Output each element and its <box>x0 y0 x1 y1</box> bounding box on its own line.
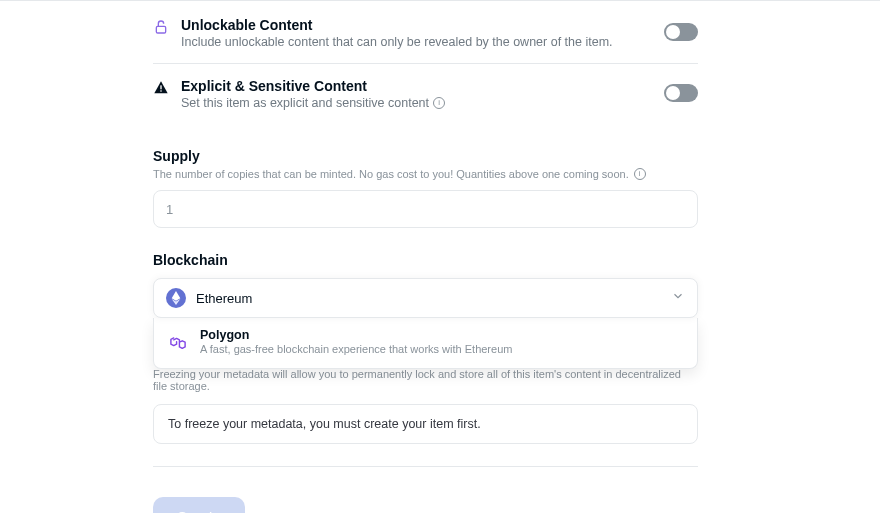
polygon-icon <box>168 332 188 352</box>
polygon-option-title: Polygon <box>200 328 512 343</box>
supply-section: Supply The number of copies that can be … <box>153 148 698 228</box>
ethereum-icon <box>166 288 186 308</box>
svg-rect-2 <box>160 90 161 91</box>
chevron-down-icon <box>671 289 685 307</box>
explicit-title: Explicit & Sensitive Content <box>181 78 658 94</box>
svg-rect-1 <box>160 85 161 89</box>
unlockable-description: Include unlockable content that can only… <box>181 35 658 49</box>
supply-value: 1 <box>166 202 173 217</box>
blockchain-section: Blockchain Ethereum <box>153 252 698 444</box>
create-button[interactable]: Create <box>153 497 245 513</box>
freeze-notice: To freeze your metadata, you must create… <box>153 404 698 444</box>
polygon-option-desc: A fast, gas-free blockchain experience t… <box>200 343 512 356</box>
unlockable-title: Unlockable Content <box>181 17 658 33</box>
explicit-description: Set this item as explicit and sensitive … <box>181 96 658 110</box>
lock-open-icon <box>153 19 169 39</box>
supply-hint: The number of copies that can be minted.… <box>153 168 698 180</box>
info-icon[interactable]: i <box>634 168 646 180</box>
svg-rect-0 <box>156 26 165 33</box>
supply-label: Supply <box>153 148 698 164</box>
section-divider <box>153 466 698 467</box>
blockchain-select[interactable]: Ethereum <box>153 278 698 318</box>
blockchain-option-polygon[interactable]: Polygon A fast, gas-free blockchain expe… <box>153 318 698 369</box>
unlockable-toggle[interactable] <box>664 23 698 41</box>
blockchain-label: Blockchain <box>153 252 698 268</box>
explicit-toggle[interactable] <box>664 84 698 102</box>
warning-icon <box>153 80 169 100</box>
unlockable-content-row: Unlockable Content Include unlockable co… <box>153 9 698 64</box>
supply-input[interactable]: 1 <box>153 190 698 228</box>
blockchain-selected: Ethereum <box>196 291 671 306</box>
info-icon[interactable]: i <box>433 97 445 109</box>
freeze-description: Freezing your metadata will allow you to… <box>153 368 698 392</box>
explicit-content-row: Explicit & Sensitive Content Set this it… <box>153 64 698 124</box>
